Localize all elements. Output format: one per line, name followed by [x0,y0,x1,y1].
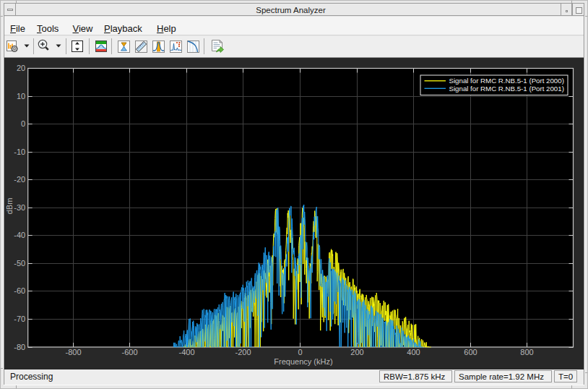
svg-text:-60: -60 [14,286,25,295]
svg-text:-600: -600 [121,348,137,356]
svg-text:-20: -20 [14,175,25,184]
svg-text:Signal for RMC R.NB.5-1 (Port: Signal for RMC R.NB.5-1 (Port 2001) [449,85,564,93]
svg-text:400: 400 [407,348,420,356]
svg-text:20: 20 [17,64,25,72]
svg-text:0: 0 [21,119,25,128]
svg-text:600: 600 [464,348,477,356]
svg-text:10: 10 [17,92,25,101]
svg-text:-200: -200 [235,348,251,356]
svg-text:Signal for RMC R.NB.5-1 (Port: Signal for RMC R.NB.5-1 (Port 2000) [449,77,564,85]
svg-text:-400: -400 [178,348,194,356]
svg-text:-70: -70 [14,315,25,323]
svg-text:800: 800 [520,348,533,356]
svg-text:-800: -800 [65,348,81,356]
svg-text:Frequency (kHz): Frequency (kHz) [274,357,332,366]
svg-text:-50: -50 [14,259,25,268]
svg-text:-80: -80 [14,343,25,351]
svg-text:-10: -10 [14,148,25,156]
svg-text:0: 0 [298,348,302,356]
svg-text:-40: -40 [14,231,25,239]
svg-text:200: 200 [350,348,363,356]
svg-text:-30: -30 [14,203,25,212]
svg-text:dBm: dBm [5,198,14,215]
